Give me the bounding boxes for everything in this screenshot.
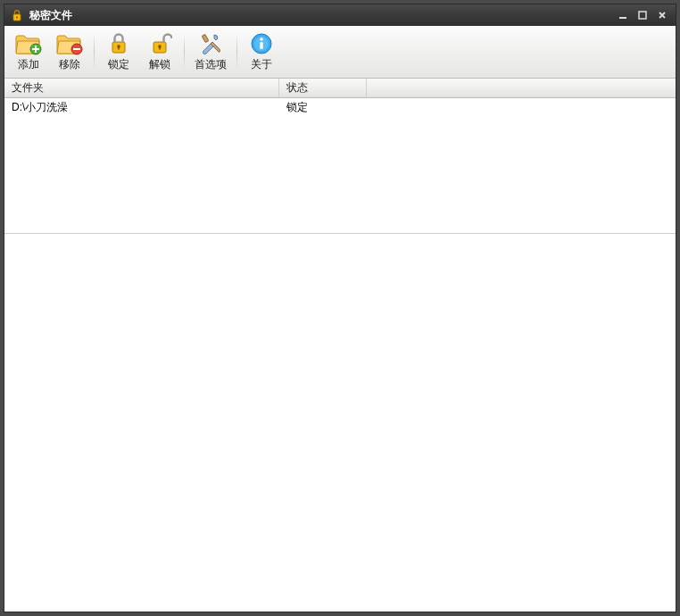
svg-point-1 bbox=[16, 17, 18, 19]
unlock-button[interactable]: 解锁 bbox=[139, 29, 180, 75]
column-status-header[interactable]: 状态 bbox=[279, 79, 367, 97]
add-button[interactable]: 添加 bbox=[8, 29, 49, 75]
about-button[interactable]: 关于 bbox=[241, 29, 282, 75]
minimize-button[interactable] bbox=[615, 8, 631, 22]
folder-remove-icon bbox=[55, 31, 84, 56]
app-window: 秘密文件 bbox=[4, 4, 676, 612]
window-title: 秘密文件 bbox=[29, 8, 615, 23]
toolbar-separator bbox=[236, 33, 237, 71]
add-label: 添加 bbox=[18, 57, 39, 72]
toolbar-separator bbox=[184, 33, 185, 71]
table-row[interactable]: D:\小刀洗澡 锁定 bbox=[4, 98, 676, 116]
svg-point-15 bbox=[260, 37, 263, 41]
unlock-label: 解锁 bbox=[149, 57, 170, 72]
maximize-button[interactable] bbox=[634, 8, 651, 22]
close-button[interactable] bbox=[654, 8, 670, 22]
cell-status: 锁定 bbox=[279, 98, 367, 117]
folder-add-icon bbox=[14, 31, 43, 56]
svg-rect-8 bbox=[118, 46, 120, 50]
preferences-button[interactable]: 首选项 bbox=[188, 29, 233, 75]
window-controls bbox=[615, 8, 670, 22]
app-lock-icon bbox=[10, 8, 24, 22]
about-label: 关于 bbox=[251, 57, 272, 72]
svg-rect-11 bbox=[159, 46, 161, 50]
info-icon bbox=[247, 31, 276, 56]
toolbar: 添加 移除 bbox=[4, 26, 676, 79]
lock-open-icon bbox=[145, 31, 174, 56]
svg-rect-3 bbox=[639, 12, 646, 19]
remove-button[interactable]: 移除 bbox=[49, 29, 90, 75]
lock-closed-icon bbox=[104, 31, 133, 56]
lock-button[interactable]: 锁定 bbox=[98, 29, 139, 75]
tools-icon bbox=[196, 31, 225, 56]
svg-rect-2 bbox=[619, 17, 626, 19]
titlebar[interactable]: 秘密文件 bbox=[4, 4, 676, 26]
list-header: 文件夹 状态 bbox=[4, 79, 676, 98]
svg-rect-16 bbox=[260, 42, 262, 49]
preferences-label: 首选项 bbox=[195, 57, 227, 72]
column-filler bbox=[367, 79, 676, 97]
toolbar-separator bbox=[94, 33, 95, 71]
svg-rect-12 bbox=[202, 35, 208, 43]
list-body[interactable]: D:\小刀洗澡 锁定 bbox=[4, 98, 676, 234]
lock-label: 锁定 bbox=[108, 57, 129, 72]
column-folder-header[interactable]: 文件夹 bbox=[4, 79, 279, 97]
remove-label: 移除 bbox=[59, 57, 80, 72]
cell-folder: D:\小刀洗澡 bbox=[4, 98, 279, 117]
content-area bbox=[4, 234, 676, 612]
